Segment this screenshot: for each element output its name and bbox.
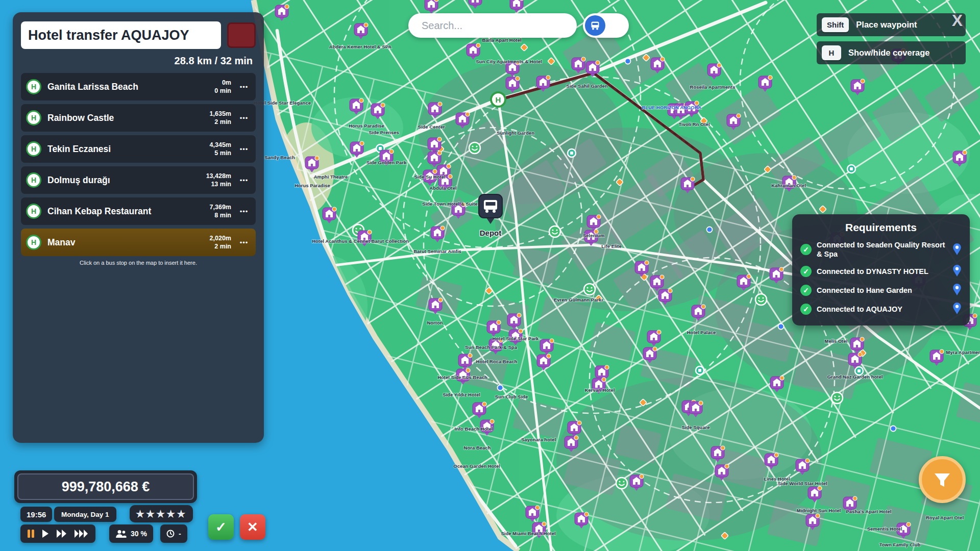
- schedule-indicator[interactable]: -: [160, 524, 187, 543]
- map-label: Sementis Hotel: [867, 526, 902, 532]
- bus-stop-marker[interactable]: [847, 165, 855, 173]
- stop-menu-button[interactable]: •••: [236, 114, 252, 122]
- play-button[interactable]: [42, 530, 49, 538]
- search-input[interactable]: [408, 13, 577, 38]
- check-icon: [800, 244, 812, 255]
- stop-distance-time: 0m0 min: [214, 79, 231, 95]
- bus-stop-icon: [26, 172, 41, 188]
- route-stop-row[interactable]: Dolmuş durağı 13,428m13 min •••: [21, 166, 256, 194]
- bus-stop-icon: [26, 110, 41, 126]
- attraction-marker[interactable]: [469, 142, 480, 154]
- clock-icon: [166, 530, 175, 538]
- bus-stop-marker[interactable]: [696, 366, 704, 374]
- stop-name: Ganita Larissa Beach: [47, 82, 214, 92]
- bus-routes-toggle[interactable]: [583, 13, 629, 38]
- depot-label: Depot: [480, 229, 502, 237]
- map-label: Midnight Sun Hotel: [797, 508, 841, 513]
- stop-name: Manav: [47, 237, 210, 248]
- stop-menu-button[interactable]: •••: [236, 208, 252, 215]
- map-label: Town Family Club: [879, 542, 921, 547]
- map-label: Melis Otel: [825, 338, 848, 344]
- requirements-panel: Requirements Connected to Seaden Quality…: [792, 214, 970, 325]
- check-icon: [800, 285, 812, 296]
- bus-stop-icon: [26, 204, 41, 219]
- date-display: Monday, Day 1: [54, 507, 116, 522]
- map-label: Nora Beach: [464, 445, 491, 450]
- location-pin-icon[interactable]: [952, 284, 962, 296]
- map-label: Royal Apart Otel: [926, 515, 964, 520]
- info-marker[interactable]: [498, 385, 503, 391]
- bus-stop-icon: [26, 235, 41, 250]
- map-label: Barla Apart Hotel: [482, 37, 521, 43]
- route-stop-row[interactable]: Cihan Kebap Restaurant 7,369m8 min •••: [21, 197, 256, 225]
- confirm-button[interactable]: [208, 514, 234, 540]
- location-pin-icon[interactable]: [952, 303, 962, 315]
- filter-button[interactable]: [919, 456, 966, 503]
- requirements-title: Requirements: [800, 221, 962, 234]
- requirement-row: Connected to AQUAJOY: [800, 303, 962, 315]
- map-label: Side Yıldız Hotel: [443, 392, 480, 397]
- close-button[interactable]: X: [952, 11, 963, 30]
- route-color-swatch[interactable]: [227, 22, 256, 48]
- bus-stop-icon: [26, 79, 41, 94]
- map-label: Sun City Apartments & Hotel: [476, 59, 542, 64]
- map-label: Side Miami Beach Hotel: [501, 531, 555, 536]
- map-label: Sayonara hotel: [521, 437, 556, 442]
- attraction-marker[interactable]: [755, 294, 767, 305]
- map-label: Sunlight Garden: [497, 130, 534, 136]
- stop-name: Rainbow Castle: [47, 113, 210, 123]
- stop-menu-button[interactable]: •••: [236, 177, 252, 184]
- requirement-text: Connected to Seaden Quality Resort & Spa: [817, 240, 947, 259]
- map-label: Info Beach Hotel: [455, 426, 493, 432]
- map-label: Side Prenses: [369, 130, 399, 135]
- game-screen: H: [0, 0, 980, 551]
- map-label: Side Center: [418, 124, 445, 130]
- attraction-marker[interactable]: [549, 226, 560, 237]
- stop-menu-button[interactable]: •••: [236, 239, 252, 246]
- cancel-button[interactable]: [240, 514, 265, 540]
- fastest-forward-button[interactable]: [75, 530, 88, 538]
- stop-menu-button[interactable]: •••: [236, 83, 252, 91]
- map-label: Pasha's Apart Hotel: [846, 509, 891, 514]
- stop-distance-time: 2,020m2 min: [210, 234, 231, 251]
- route-stop-row[interactable]: Rainbow Castle 1,635m2 min •••: [21, 104, 256, 132]
- info-marker[interactable]: [625, 59, 631, 64]
- stop-name: Cihan Kebap Restaurant: [47, 206, 210, 217]
- info-marker[interactable]: [891, 426, 896, 432]
- info-marker[interactable]: [778, 324, 784, 330]
- map-label: Sun Club Side: [495, 394, 528, 399]
- route-stop-row[interactable]: Tekin Eczanesi 4,345m5 min •••: [21, 135, 256, 163]
- hotkey-place-waypoint: Shift Place waypoint: [817, 13, 966, 36]
- stop-distance-time: 1,635m2 min: [210, 110, 231, 127]
- bus-stop-marker[interactable]: [568, 149, 576, 157]
- playback-controls: [20, 524, 95, 543]
- location-pin-icon[interactable]: [952, 243, 962, 256]
- hotkey-show-coverage: H Show/hide coverage: [817, 41, 966, 64]
- route-stop-row[interactable]: Ganita Larissa Beach 0m0 min •••: [21, 73, 256, 101]
- fast-forward-button[interactable]: [57, 530, 67, 538]
- map-label: Tivoli Rn Otel: [678, 121, 709, 127]
- attraction-marker[interactable]: [831, 392, 843, 404]
- pause-button[interactable]: [28, 530, 34, 538]
- location-pin-icon[interactable]: [952, 265, 962, 278]
- route-stop-row-selected[interactable]: Manav 2,020m2 min •••: [21, 229, 256, 256]
- map-label: Selenium: [583, 233, 604, 238]
- capacity-indicator[interactable]: 30 %: [109, 524, 153, 543]
- stop-name: Tekin Eczanesi: [47, 144, 210, 155]
- map-label: Hotel Side Star Park: [493, 336, 540, 341]
- keycap-h: H: [822, 45, 841, 60]
- route-name-input[interactable]: Hotel transfer AQUAJOY: [21, 21, 221, 49]
- map-label: Hotel Roca Beach: [476, 359, 518, 364]
- stop-menu-button[interactable]: •••: [236, 145, 252, 153]
- info-marker[interactable]: [707, 227, 713, 233]
- bus-stop-icon: [26, 141, 41, 157]
- schedule-value: -: [179, 530, 181, 538]
- attraction-marker[interactable]: [584, 284, 595, 295]
- map-label: BLUE HORIZON ANGORA: [642, 105, 702, 110]
- check-icon: [800, 304, 812, 315]
- attraction-marker[interactable]: [616, 478, 627, 489]
- map-label: Roseila Apartments: [690, 84, 736, 90]
- money-panel: 999,780,668 €: [14, 470, 197, 503]
- map-label: Abdula Otel: [429, 185, 456, 191]
- route-stop-marker[interactable]: [491, 92, 505, 107]
